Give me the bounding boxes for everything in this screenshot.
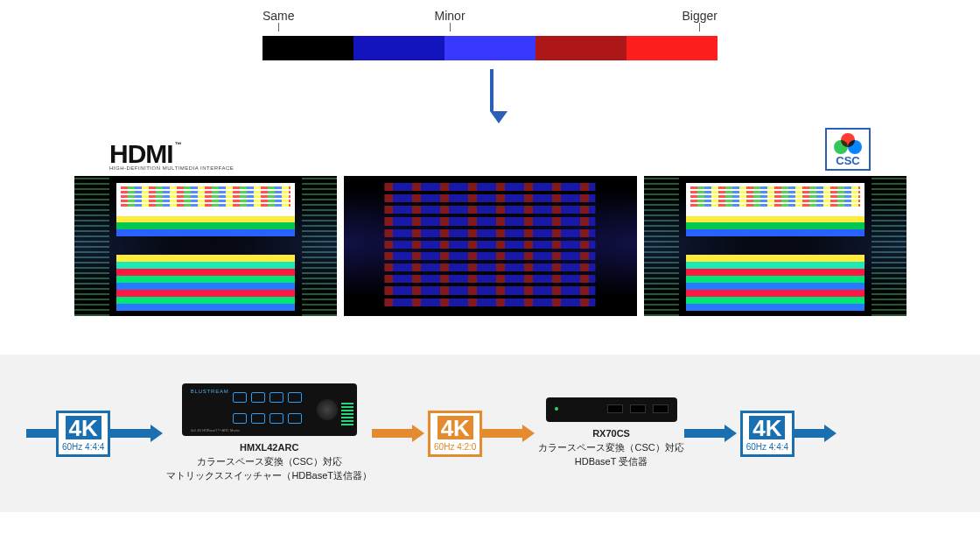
badge-4k-mid: 4K 60Hz 4:2:0 [428,411,482,457]
comparison-screens [70,176,910,316]
badge-4k-in: 4K 60Hz 4:4:4 [56,411,110,457]
volume-knob-icon [317,399,338,420]
difference-color-bar: Same Minor Bigger [262,9,718,123]
signal-flow-diagram: 4K 60Hz 4:4:4 BLUSTREAM 4x2 4K HDBaseT™ … [0,355,980,512]
colorbar-seg-0 [262,36,354,60]
label-bigger: Bigger [682,9,718,33]
screen-difference [344,176,637,316]
test-stripes [116,255,295,311]
colorbar-seg-3 [536,36,626,60]
panel-bands [116,216,295,236]
label-minor: Minor [435,9,466,33]
screen-csc [644,176,906,316]
matrix-model: HMXL42ARC [240,442,298,453]
colorbar-seg-4 [626,36,718,60]
colorbar-seg-2 [444,36,536,60]
hdmi-logo: HDMI™ HIGH-DEFINITION MULTIMEDIA INTERFA… [109,139,234,171]
panel-bands [686,216,864,236]
device-matrix: BLUSTREAM 4x2 4K HDBaseT™ ARC Matrix HMX… [166,383,372,483]
colorbar-seg-1 [354,36,444,60]
test-stripes [686,255,864,311]
screen-hdmi [74,176,337,316]
csc-rings-icon [834,133,862,154]
label-same: Same [262,9,295,33]
csc-badge: CSC [825,128,871,171]
badge-4k-out: 4K 60Hz 4:4:4 [740,411,794,457]
device-rx: RX70CS カラースペース変換（CSC）対応 HDBaseT 受信器 [538,397,683,469]
rx-model: RX70CS [592,428,630,439]
